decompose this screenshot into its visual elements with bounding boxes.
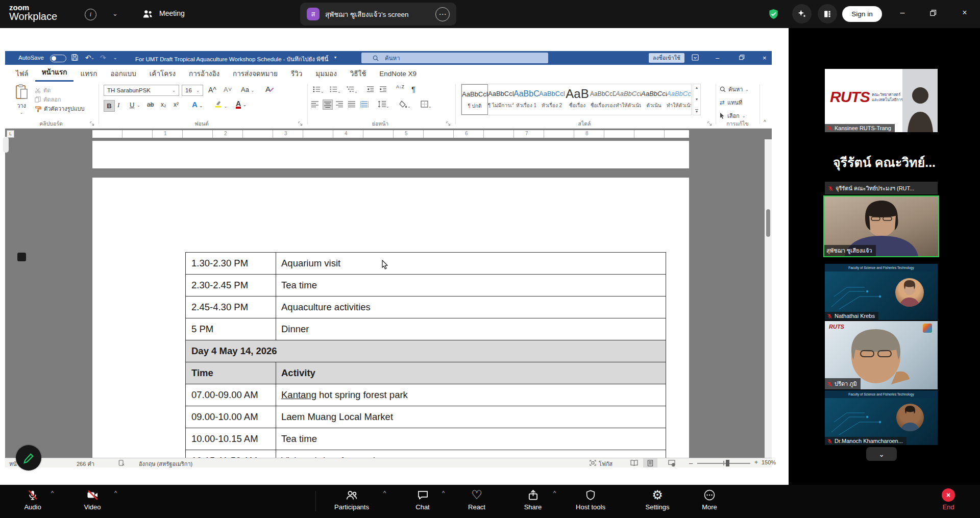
tab-references[interactable]: การอ้างอิง [182, 67, 226, 82]
save-icon[interactable] [71, 54, 78, 62]
sidebar-scroll-down-button[interactable]: ⌄ [866, 447, 897, 461]
tab-selector[interactable]: L [7, 130, 14, 138]
highlight-button[interactable]: ⌄ [214, 100, 227, 109]
video-tile-nathathai[interactable]: Faculty of Science and Fisheries Technol… [825, 264, 938, 320]
more-button[interactable]: More [687, 488, 732, 511]
video-options-chevron[interactable]: ^ [114, 490, 117, 496]
word-restore-button[interactable] [739, 55, 745, 61]
undo-button[interactable]: ↶ [85, 54, 91, 62]
window-close-button[interactable]: × [959, 8, 971, 17]
panel-layout-button[interactable] [818, 4, 837, 23]
collapse-ribbon-icon[interactable]: ^ [764, 119, 766, 125]
focus-label[interactable]: โฟกัส [599, 459, 612, 468]
end-meeting-button[interactable]: × End [925, 488, 971, 511]
shrink-font-button[interactable]: A˅ [224, 86, 232, 93]
bullets-button[interactable]: ⌄ [313, 86, 324, 94]
window-restore-button[interactable] [927, 9, 939, 18]
numbering-button[interactable]: ⌄ [330, 86, 341, 94]
superscript-button[interactable]: x² [174, 101, 179, 108]
tab-shared-screen[interactable]: ส สุพัชฌา ซูเสียงแจ้ว's screen ⋯ [300, 3, 456, 26]
bold-button[interactable]: B [104, 100, 115, 112]
participants-button[interactable]: Participants [329, 488, 375, 511]
host-tools-button[interactable]: Host tools [568, 488, 614, 511]
borders-button[interactable]: ⌄ [421, 101, 432, 109]
zoom-out-button[interactable]: – [689, 459, 693, 467]
clipboard-dialog-launcher-icon[interactable] [90, 120, 95, 126]
increase-indent-button[interactable] [379, 86, 387, 94]
replace-button[interactable]: ⇄ แทนที่ [720, 98, 742, 107]
share-screen-button[interactable]: Share [510, 488, 556, 511]
zoom-in-button[interactable]: + [754, 459, 758, 466]
share-options-chevron[interactable]: ^ [553, 490, 556, 496]
style-heading1[interactable]: AaBbC(หัวเรื่อง 1 [513, 84, 539, 115]
info-icon[interactable]: i [85, 9, 96, 20]
undo-chevron[interactable]: ⌄ [91, 56, 94, 60]
cut-button[interactable]: ตัด [35, 86, 51, 95]
tab-home[interactable]: หน้าแรก [35, 65, 74, 82]
tab-endnote[interactable]: EndNote X9 [373, 67, 423, 82]
zoom-slider-thumb[interactable] [726, 460, 729, 466]
paragraph-dialog-launcher-icon[interactable] [446, 120, 451, 126]
word-close-button[interactable]: × [763, 54, 767, 62]
audio-options-chevron[interactable]: ^ [51, 490, 54, 496]
security-shield-icon[interactable] [768, 8, 779, 20]
search-box[interactable]: ค้นหา [361, 53, 548, 63]
font-size-select[interactable]: 16⌄ [182, 85, 203, 96]
tab-mailings[interactable]: การส่งจดหมาย [226, 67, 284, 82]
style-title[interactable]: AaBชื่อเรื่อง [565, 84, 590, 115]
annotate-pencil-button[interactable] [16, 445, 41, 471]
tab-meeting[interactable]: Meeting [159, 9, 185, 17]
underline-chevron[interactable]: ⌄ [137, 103, 140, 108]
read-mode-button[interactable] [627, 458, 641, 467]
zoom-level[interactable]: 150% [762, 459, 776, 465]
clear-formatting-button[interactable]: A [265, 85, 274, 93]
audio-button[interactable]: Audio [10, 488, 56, 511]
decrease-indent-button[interactable] [366, 86, 374, 94]
style-subtle-emphasis[interactable]: AaBbCcDทำให้ตัวเน้น... [616, 84, 641, 115]
chat-button[interactable]: Chat [400, 488, 446, 511]
paste-button[interactable]: วาง ⌄ [10, 84, 33, 115]
style-heading2[interactable]: AaBbCcDหัวเรื่อง 2 [539, 84, 565, 115]
tab-insert[interactable]: แทรก [74, 67, 104, 82]
settings-button[interactable]: ⚙ Settings [634, 488, 680, 511]
align-right-button[interactable] [336, 101, 343, 109]
video-tile-jureerat[interactable]: จุรีรัตน์ คณะวิทย์ประมงฯ (RUT... [825, 182, 938, 194]
distribute-button[interactable] [360, 101, 369, 109]
document-area[interactable]: 1.30-2.30 PM Aquarium visit 2.30-2.45 PM… [5, 139, 772, 458]
font-color-button[interactable]: A ⌄ [236, 100, 247, 109]
font-family-select[interactable]: TH SarabunPSK⌄ [104, 85, 179, 96]
align-center-button[interactable] [323, 100, 333, 110]
strikethrough-button[interactable]: ab [147, 101, 154, 108]
title-caret-icon[interactable]: ▾ [334, 55, 336, 60]
change-case-button[interactable]: Aa ⌄ [241, 86, 254, 93]
grow-font-button[interactable]: A^ [208, 86, 216, 94]
video-tile-supatcha-active[interactable]: สุพัชฌา ซูเสียงแจ้ว [823, 195, 939, 257]
font-dialog-launcher-icon[interactable] [298, 120, 303, 126]
styles-scroll-down-icon[interactable]: ▼ [695, 97, 699, 101]
subscript-button[interactable]: x₂ [161, 101, 166, 108]
style-intense-emphasis[interactable]: AaBbCcDทำให้ตัวเน้น... [667, 84, 692, 115]
scrollbar-thumb[interactable] [766, 209, 770, 237]
copy-button[interactable]: คัดลอก [35, 95, 61, 104]
tab-design[interactable]: ออกแบบ [104, 67, 143, 82]
redo-button[interactable]: ↷ [100, 54, 106, 62]
sign-in-button[interactable]: Sign in [842, 6, 882, 22]
ribbon-display-options-icon[interactable] [692, 54, 699, 62]
word-minimize-button[interactable]: – [716, 54, 719, 62]
word-count[interactable]: 266 คำ [77, 459, 94, 468]
underline-button[interactable]: U [130, 101, 134, 109]
style-normal[interactable]: AaBbCcD¶ ปกติ [461, 84, 488, 115]
style-emphasis[interactable]: AaBbCcDตัวเน้น [641, 84, 667, 115]
find-button[interactable]: ค้นหา⌄ [720, 85, 749, 94]
justify-button[interactable] [348, 101, 355, 109]
quick-access-chevron[interactable]: ⌄ [113, 55, 117, 60]
print-layout-button[interactable] [643, 458, 657, 467]
participants-options-chevron[interactable]: ^ [383, 490, 386, 496]
styles-gallery-more-icon[interactable]: ▼ [695, 109, 699, 113]
tab-options-ellipsis-icon[interactable]: ⋯ [435, 7, 450, 21]
side-scroll-strip[interactable] [3, 137, 9, 153]
tab-review[interactable]: รีวิว [284, 67, 309, 82]
tab-file[interactable]: ไฟล์ [9, 67, 35, 82]
tab-view[interactable]: มุมมอง [309, 67, 343, 82]
video-tile-manoch[interactable]: Faculty of Science and Fisheries Technol… [825, 390, 938, 445]
